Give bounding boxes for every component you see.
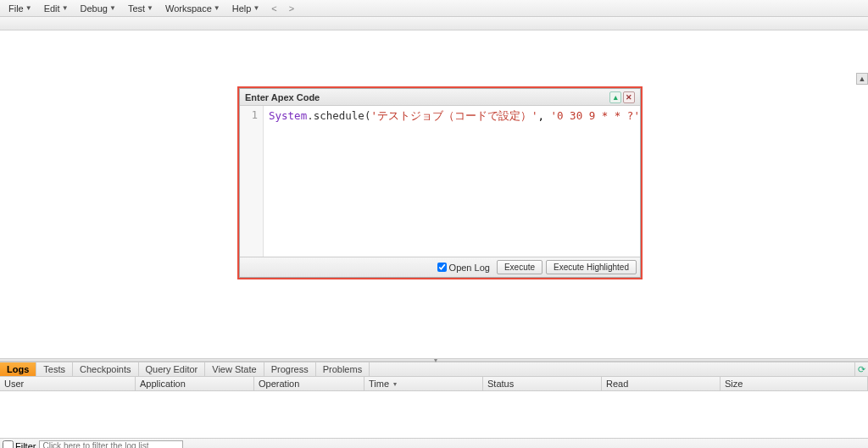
menu-file[interactable]: File▼	[3, 2, 37, 15]
caret-down-icon: ▼	[147, 4, 153, 12]
nav-forward-button[interactable]: >	[284, 2, 299, 15]
tab-problems[interactable]: Problems	[316, 362, 370, 376]
enter-apex-code-panel: Enter Apex Code ▴ ✕ 1 System.schedule('テ…	[239, 88, 641, 278]
menubar: File▼ Edit▼ Debug▼ Test▼ Workspace▼ Help…	[0, 0, 868, 17]
col-read[interactable]: Read	[602, 377, 721, 390]
tab-query-editor[interactable]: Query Editor	[139, 362, 206, 376]
menu-test[interactable]: Test▼	[123, 2, 159, 15]
refresh-icon[interactable]: ⟳	[854, 362, 868, 376]
tab-logs[interactable]: Logs	[0, 362, 36, 376]
open-log-checkbox-input[interactable]	[437, 263, 447, 272]
code-content[interactable]: System.schedule('テストジョブ（コードで設定）', '0 30 …	[264, 106, 640, 257]
execute-highlighted-button[interactable]: Execute Highlighted	[546, 260, 637, 274]
menu-workspace[interactable]: Workspace▼	[160, 2, 225, 15]
collapse-icon[interactable]: ▴	[609, 91, 621, 103]
caret-down-icon: ▼	[214, 4, 220, 12]
toolbar-strip	[0, 17, 868, 30]
nav-back-button[interactable]: <	[266, 2, 281, 15]
col-user[interactable]: User	[0, 377, 136, 390]
menu-help[interactable]: Help▼	[227, 2, 265, 15]
panel-footer: Open Log Execute Execute Highlighted	[240, 257, 640, 277]
caret-down-icon: ▼	[109, 4, 116, 12]
logs-table-body	[0, 391, 868, 438]
caret-down-icon: ▼	[62, 4, 69, 12]
tab-checkpoints[interactable]: Checkpoints	[73, 362, 139, 376]
menu-edit[interactable]: Edit▼	[39, 2, 74, 15]
tab-tests[interactable]: Tests	[36, 362, 73, 376]
filter-input[interactable]	[39, 440, 183, 449]
panel-title: Enter Apex Code	[245, 92, 320, 102]
filter-checkbox-input[interactable]	[3, 440, 14, 448]
main-area: ▲ Enter Apex Code ▴ ✕ 1 System.schedule(…	[0, 30, 868, 358]
open-log-label: Open Log	[449, 263, 490, 273]
execute-button[interactable]: Execute	[497, 260, 542, 274]
code-editor[interactable]: 1 System.schedule('テストジョブ（コードで設定）', '0 3…	[240, 106, 640, 257]
scroll-up-button[interactable]: ▲	[856, 73, 868, 85]
menu-debug[interactable]: Debug▼	[75, 2, 121, 15]
open-log-checkbox[interactable]: Open Log	[437, 263, 490, 273]
col-application[interactable]: Application	[136, 377, 254, 390]
filter-bar: Filter	[0, 438, 868, 448]
col-operation[interactable]: Operation	[254, 377, 364, 390]
filter-label: Filter	[15, 441, 36, 449]
apex-code-highlight-frame: Enter Apex Code ▴ ✕ 1 System.schedule('テ…	[237, 86, 643, 279]
col-status[interactable]: Status	[483, 377, 602, 390]
line-gutter: 1	[240, 106, 264, 257]
filter-checkbox[interactable]: Filter	[3, 440, 36, 448]
close-icon[interactable]: ✕	[623, 91, 635, 103]
panel-resizer[interactable]	[0, 358, 868, 362]
caret-down-icon: ▼	[25, 4, 32, 12]
caret-down-icon: ▼	[253, 4, 259, 12]
col-size[interactable]: Size	[721, 377, 868, 390]
panel-header: Enter Apex Code ▴ ✕	[240, 89, 640, 106]
tab-view-state[interactable]: View State	[205, 362, 264, 376]
logs-table-header: User Application Operation Time Status R…	[0, 377, 868, 391]
col-time[interactable]: Time	[364, 377, 483, 390]
tab-progress[interactable]: Progress	[264, 362, 316, 376]
